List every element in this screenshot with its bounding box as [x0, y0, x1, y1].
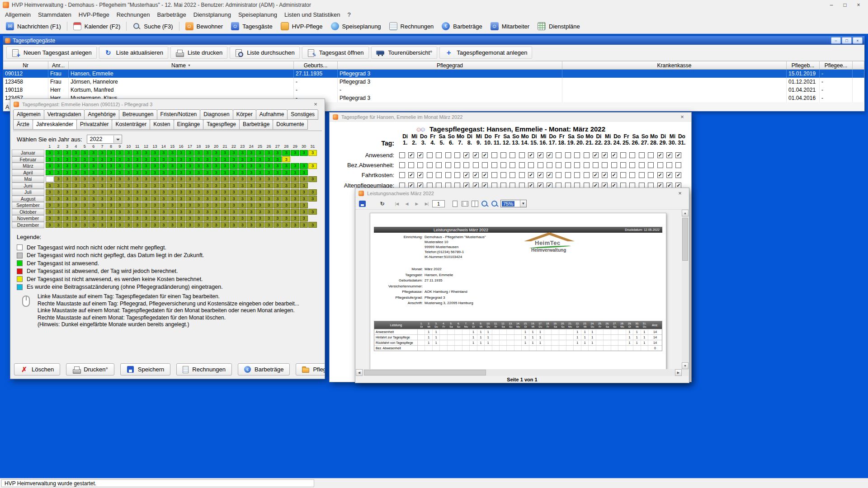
day-cell[interactable]: 3	[203, 202, 212, 208]
checkbox[interactable]	[666, 162, 672, 168]
day-cell[interactable]: 3	[89, 156, 97, 162]
day-cell[interactable]: 3	[221, 189, 229, 195]
day-cell[interactable]: 3	[124, 183, 132, 188]
day-cell[interactable]: 3	[116, 202, 124, 208]
day-cell[interactable]: 3	[160, 183, 168, 188]
day-cell[interactable]: 3	[230, 216, 238, 221]
list-toolbar-neuen-tagesgast-anlegen[interactable]: Neuen Tagesgast anlegen	[6, 47, 97, 59]
day-cell[interactable]: 3	[72, 222, 80, 228]
zoomin-icon[interactable]: +	[481, 200, 489, 208]
day-cell[interactable]: 3	[203, 150, 212, 156]
checkbox[interactable]	[509, 172, 515, 178]
day-cell[interactable]: 3	[89, 176, 97, 182]
tab-eingänge[interactable]: Eingänge	[174, 119, 204, 130]
day-cell[interactable]: 3	[247, 216, 255, 221]
day-cell[interactable]: 3	[46, 189, 54, 195]
day-cell[interactable]: 3	[247, 196, 255, 202]
month-button-november[interactable]: November	[12, 215, 44, 222]
day-cell[interactable]: 3	[98, 202, 106, 208]
day-cell[interactable]: 3	[221, 176, 229, 182]
day-cell[interactable]: 3	[89, 222, 97, 228]
day-cell[interactable]: 3	[203, 209, 212, 215]
day-cell[interactable]: 3	[124, 163, 132, 169]
day-cell[interactable]: 3	[308, 150, 316, 156]
checkbox[interactable]	[408, 162, 414, 168]
menu-item-allgemein[interactable]: Allgemein	[1, 11, 34, 19]
day-cell[interactable]: 3	[89, 183, 97, 188]
checkbox[interactable]	[547, 172, 552, 178]
day-cell[interactable]: 3	[256, 169, 264, 175]
day-cell[interactable]: 3	[63, 150, 71, 156]
month-button-juni[interactable]: Juni	[12, 183, 44, 189]
day-cell[interactable]: 3	[116, 196, 124, 202]
scroll-right-icon[interactable]: ▶	[675, 369, 682, 376]
day-cell[interactable]: 3	[177, 163, 185, 169]
day-cell[interactable]: 3	[256, 150, 264, 156]
day-cell[interactable]: 3	[264, 163, 273, 169]
restore-icon[interactable]: □	[842, 37, 852, 44]
day-cell[interactable]: 3	[89, 189, 97, 195]
table-row[interactable]: 190118HerrKortsum, Manfred--01.04.2021-	[3, 86, 864, 94]
day-cell[interactable]: 3	[46, 163, 54, 169]
day-cell[interactable]: 3	[46, 156, 54, 162]
day-cell[interactable]: 3	[212, 163, 220, 169]
day-cell[interactable]: 3	[186, 196, 194, 202]
day-cell[interactable]: 3	[98, 156, 106, 162]
day-cell[interactable]: 3	[177, 176, 185, 182]
day-cell[interactable]: 3	[300, 169, 308, 175]
vertical-scrollbar[interactable]: ▲ ▼	[682, 210, 689, 369]
column-header-anr[interactable]: Anr...	[48, 61, 69, 69]
toolbar-button-barbeträge[interactable]: €Barbeträge	[438, 20, 486, 33]
table-row[interactable]: 090112FrauHansen, Emmelie27.11.1935Pfleg…	[3, 70, 864, 78]
day-cell[interactable]: 3	[54, 189, 62, 195]
day-cell[interactable]: 3	[151, 222, 159, 228]
checkbox[interactable]	[556, 162, 561, 168]
tab-privatzahler[interactable]: Privatzahler	[76, 119, 112, 130]
day-cell[interactable]: 3	[186, 209, 194, 215]
checkbox[interactable]	[473, 152, 479, 158]
day-cell[interactable]: 3	[274, 222, 282, 228]
checkbox[interactable]	[500, 152, 506, 158]
checkbox[interactable]	[491, 152, 497, 158]
checkbox[interactable]	[408, 152, 414, 158]
day-cell[interactable]: 3	[256, 216, 264, 221]
checkbox[interactable]	[509, 162, 515, 168]
day-cell[interactable]: 3	[274, 156, 282, 162]
day-cell[interactable]: 3	[72, 156, 80, 162]
day-cell[interactable]: 3	[168, 216, 176, 221]
tab-vertragsdaten[interactable]: Vertragsdaten	[44, 109, 85, 120]
day-cell[interactable]: 3	[46, 196, 54, 202]
page-number-input[interactable]: 1	[432, 200, 445, 207]
checkbox[interactable]	[675, 162, 681, 168]
day-cell[interactable]: 3	[300, 189, 308, 195]
checkbox[interactable]	[417, 172, 423, 178]
day-cell[interactable]: 3	[80, 156, 89, 162]
day-cell[interactable]: 3	[142, 189, 150, 195]
day-cell[interactable]: 3	[46, 169, 54, 175]
checkbox[interactable]	[639, 152, 645, 158]
close-icon[interactable]: ×	[310, 100, 321, 108]
day-cell[interactable]: 3	[282, 202, 290, 208]
day-cell[interactable]: 3	[308, 196, 316, 202]
list-toolbar-liste-drucken[interactable]: Liste drucken	[170, 47, 227, 59]
day-cell[interactable]: 3	[107, 176, 115, 182]
day-cell[interactable]: 3	[221, 196, 229, 202]
checkbox[interactable]	[482, 162, 488, 168]
checkbox[interactable]	[556, 172, 561, 178]
day-cell[interactable]: 3	[203, 169, 212, 175]
toolbar-button-nachrichten-f1[interactable]: ✉Nachrichten (F1)	[2, 20, 65, 33]
day-cell[interactable]: 3	[151, 163, 159, 169]
day-cell[interactable]: 3	[221, 156, 229, 162]
day-cell[interactable]: 3	[203, 216, 212, 221]
day-cell[interactable]: 3	[256, 222, 264, 228]
day-cell[interactable]: 3	[203, 163, 212, 169]
toolbar-button-kalender-f2[interactable]: Kalender (F2)	[69, 20, 124, 33]
button-drucken[interactable]: Drucken°	[66, 363, 114, 375]
day-cell[interactable]: 3	[238, 202, 246, 208]
day-cell[interactable]: 3	[300, 222, 308, 228]
checkbox[interactable]	[593, 152, 599, 158]
tab-dokumente[interactable]: Dokumente	[273, 119, 307, 130]
checkbox[interactable]	[427, 152, 433, 158]
month-button-januar[interactable]: Januar	[12, 150, 44, 156]
day-cell[interactable]: 3	[142, 156, 150, 162]
